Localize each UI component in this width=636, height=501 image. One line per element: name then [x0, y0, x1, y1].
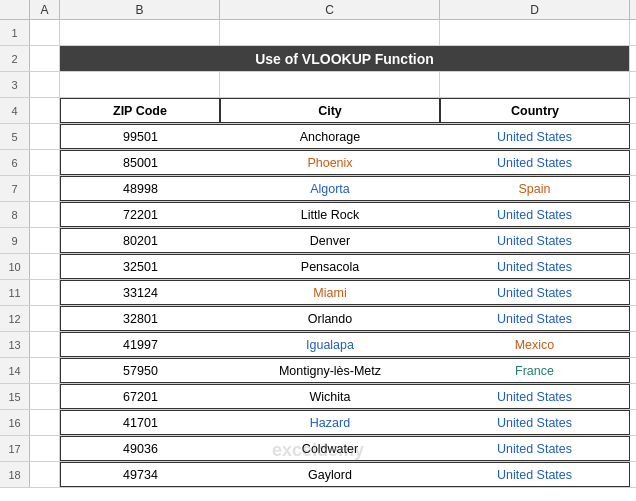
header-country: Country	[440, 98, 630, 123]
header-city: City	[220, 98, 440, 123]
cell-city-5[interactable]: Anchorage	[220, 124, 440, 149]
cell-15a[interactable]	[30, 384, 60, 409]
cell-country-9[interactable]: United States	[440, 228, 630, 253]
cell-11a[interactable]	[30, 280, 60, 305]
cell-city-12[interactable]: Orlando	[220, 306, 440, 331]
cell-1b[interactable]	[60, 20, 220, 45]
cell-country-17[interactable]: United States	[440, 436, 630, 461]
cell-zip-14[interactable]: 57950	[60, 358, 220, 383]
cell-city-16[interactable]: Hazard	[220, 410, 440, 435]
cell-zip-18[interactable]: 49734	[60, 462, 220, 487]
cell-zip-13[interactable]: 41997	[60, 332, 220, 357]
col-header-b: B	[60, 0, 220, 19]
row-num-7: 7	[0, 176, 30, 201]
cell-city-7[interactable]: Algorta	[220, 176, 440, 201]
spreadsheet-title: Use of VLOOKUP Function	[60, 46, 630, 71]
cell-city-9[interactable]: Denver	[220, 228, 440, 253]
cell-zip-6[interactable]: 85001	[60, 150, 220, 175]
row-num-1: 1	[0, 20, 30, 45]
table-row: 7 48998 Algorta Spain	[0, 176, 636, 202]
cell-country-7[interactable]: Spain	[440, 176, 630, 201]
row-1: 1	[0, 20, 636, 46]
table-row: 9 80201 Denver United States	[0, 228, 636, 254]
cell-country-12[interactable]: United States	[440, 306, 630, 331]
cell-3c[interactable]	[220, 72, 440, 97]
row-4: 4 ZIP Code City Country	[0, 98, 636, 124]
cell-city-13[interactable]: Igualapa	[220, 332, 440, 357]
row-num-4: 4	[0, 98, 30, 123]
cell-country-18[interactable]: United States	[440, 462, 630, 487]
cell-city-11[interactable]: Miami	[220, 280, 440, 305]
cell-1a[interactable]	[30, 20, 60, 45]
cell-1c[interactable]	[220, 20, 440, 45]
cell-zip-12[interactable]: 32801	[60, 306, 220, 331]
cell-12a[interactable]	[30, 306, 60, 331]
cell-zip-5[interactable]: 99501	[60, 124, 220, 149]
cell-country-13[interactable]: Mexico	[440, 332, 630, 357]
row-num-11: 11	[0, 280, 30, 305]
cell-1d[interactable]	[440, 20, 630, 45]
cell-country-14[interactable]: France	[440, 358, 630, 383]
cell-zip-10[interactable]: 32501	[60, 254, 220, 279]
col-header-c: C	[220, 0, 440, 19]
cell-16a[interactable]	[30, 410, 60, 435]
cell-city-17[interactable]: Coldwater	[220, 436, 440, 461]
table-row: 13 41997 Igualapa Mexico	[0, 332, 636, 358]
data-rows: 5 99501 Anchorage United States 6 85001 …	[0, 124, 636, 488]
cell-zip-16[interactable]: 41701	[60, 410, 220, 435]
cell-14a[interactable]	[30, 358, 60, 383]
cell-3b[interactable]	[60, 72, 220, 97]
row-2: 2 Use of VLOOKUP Function	[0, 46, 636, 72]
row-num-9: 9	[0, 228, 30, 253]
cell-2a[interactable]	[30, 46, 60, 71]
cell-zip-7[interactable]: 48998	[60, 176, 220, 201]
cell-country-11[interactable]: United States	[440, 280, 630, 305]
cell-zip-9[interactable]: 80201	[60, 228, 220, 253]
cell-city-6[interactable]: Phoenix	[220, 150, 440, 175]
cell-5a[interactable]	[30, 124, 60, 149]
cell-9a[interactable]	[30, 228, 60, 253]
cell-city-18[interactable]: Gaylord	[220, 462, 440, 487]
header-zip: ZIP Code	[60, 98, 220, 123]
cell-3d[interactable]	[440, 72, 630, 97]
corner-cell	[0, 0, 30, 19]
row-num-8: 8	[0, 202, 30, 227]
cell-6a[interactable]	[30, 150, 60, 175]
cell-city-14[interactable]: Montigny-lès-Metz	[220, 358, 440, 383]
row-num-13: 13	[0, 332, 30, 357]
cell-13a[interactable]	[30, 332, 60, 357]
cell-zip-11[interactable]: 33124	[60, 280, 220, 305]
cell-city-8[interactable]: Little Rock	[220, 202, 440, 227]
table-row: 11 33124 Miami United States	[0, 280, 636, 306]
col-header-d: D	[440, 0, 630, 19]
row-3: 3	[0, 72, 636, 98]
cell-10a[interactable]	[30, 254, 60, 279]
cell-7a[interactable]	[30, 176, 60, 201]
cell-17a[interactable]	[30, 436, 60, 461]
cell-zip-17[interactable]: 49036	[60, 436, 220, 461]
table-row: 5 99501 Anchorage United States	[0, 124, 636, 150]
column-headers: A B C D	[0, 0, 636, 20]
cell-18a[interactable]	[30, 462, 60, 487]
cell-country-15[interactable]: United States	[440, 384, 630, 409]
cell-country-6[interactable]: United States	[440, 150, 630, 175]
cell-city-10[interactable]: Pensacola	[220, 254, 440, 279]
cell-3a[interactable]	[30, 72, 60, 97]
cell-zip-15[interactable]: 67201	[60, 384, 220, 409]
cell-city-15[interactable]: Wichita	[220, 384, 440, 409]
row-num-5: 5	[0, 124, 30, 149]
row-num-15: 15	[0, 384, 30, 409]
row-num-12: 12	[0, 306, 30, 331]
col-header-a: A	[30, 0, 60, 19]
cell-4a[interactable]	[30, 98, 60, 123]
cell-zip-8[interactable]: 72201	[60, 202, 220, 227]
table-row: 8 72201 Little Rock United States	[0, 202, 636, 228]
cell-8a[interactable]	[30, 202, 60, 227]
table-row: 15 67201 Wichita United States	[0, 384, 636, 410]
cell-country-16[interactable]: United States	[440, 410, 630, 435]
table-row: 17 49036 Coldwater United States	[0, 436, 636, 462]
cell-country-10[interactable]: United States	[440, 254, 630, 279]
cell-country-5[interactable]: United States	[440, 124, 630, 149]
cell-country-8[interactable]: United States	[440, 202, 630, 227]
row-num-10: 10	[0, 254, 30, 279]
